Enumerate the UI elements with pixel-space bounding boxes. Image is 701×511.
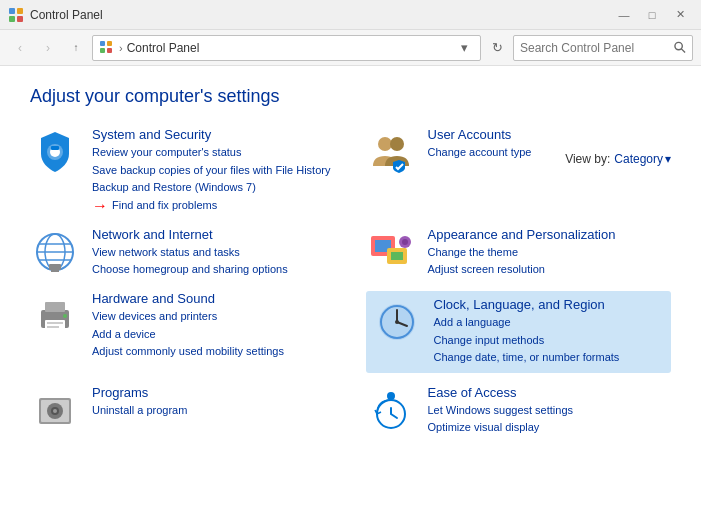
address-bar[interactable]: › Control Panel ▾ (92, 35, 481, 61)
appearance-link-1[interactable]: Change the theme (428, 244, 672, 262)
programs-content: Programs Uninstall a program (92, 385, 336, 420)
appearance-content: Appearance and Personalization Change th… (428, 227, 672, 279)
svg-rect-21 (51, 270, 59, 272)
forward-button[interactable]: › (36, 36, 60, 60)
search-bar[interactable] (513, 35, 693, 61)
appearance-icon (366, 227, 416, 277)
app-icon (8, 7, 24, 23)
category-network-internet: Network and Internet View network status… (30, 227, 336, 279)
categories-grid: System and Security Review your computer… (30, 127, 671, 437)
window-title: Control Panel (30, 8, 103, 22)
hardware-sound-icon (30, 291, 80, 341)
svg-rect-6 (100, 48, 105, 53)
ease-of-access-title[interactable]: Ease of Access (428, 385, 672, 400)
svg-rect-3 (17, 16, 23, 22)
view-by-value: Category (614, 152, 663, 166)
hardware-sound-title[interactable]: Hardware and Sound (92, 291, 336, 306)
user-accounts-title[interactable]: User Accounts (428, 127, 672, 142)
titlebar-controls: — □ ✕ (611, 5, 693, 25)
titlebar-left: Control Panel (8, 7, 103, 23)
svg-rect-0 (9, 8, 15, 14)
navbar: ‹ › ↑ › Control Panel ▾ ↻ (0, 30, 701, 66)
search-icon (674, 41, 686, 54)
category-programs: Programs Uninstall a program (30, 385, 336, 437)
svg-rect-4 (100, 41, 105, 46)
svg-point-38 (395, 320, 399, 324)
hardware-sound-link-3[interactable]: Adjust commonly used mobility settings (92, 343, 336, 361)
svg-point-13 (378, 137, 392, 151)
svg-point-14 (390, 137, 404, 151)
svg-rect-12 (51, 146, 59, 150)
svg-point-27 (402, 239, 408, 245)
system-security-link-3[interactable]: Backup and Restore (Windows 7) (92, 179, 336, 197)
system-security-link-4[interactable]: Find and fix problems (112, 197, 217, 215)
breadcrumb-text: Control Panel (127, 41, 200, 55)
svg-point-33 (63, 314, 67, 318)
search-input[interactable] (520, 41, 670, 55)
clock-language-icon (372, 297, 422, 347)
svg-rect-1 (17, 8, 23, 14)
system-security-content: System and Security Review your computer… (92, 127, 336, 215)
system-security-icon (30, 127, 80, 177)
titlebar: Control Panel — □ ✕ (0, 0, 701, 30)
hardware-sound-link-1[interactable]: View devices and printers (92, 308, 336, 326)
network-internet-content: Network and Internet View network status… (92, 227, 336, 279)
svg-point-8 (675, 42, 682, 49)
main-content: Adjust your computer's settings View by:… (0, 66, 701, 511)
view-by-label: View by: (565, 152, 610, 166)
svg-rect-5 (107, 41, 112, 46)
svg-rect-25 (391, 252, 403, 260)
svg-rect-29 (45, 302, 65, 312)
hardware-sound-link-2[interactable]: Add a device (92, 326, 336, 344)
ease-of-access-link-1[interactable]: Let Windows suggest settings (428, 402, 672, 420)
up-button[interactable]: ↑ (64, 36, 88, 60)
ease-of-access-link-2[interactable]: Optimize visual display (428, 419, 672, 437)
category-system-security: System and Security Review your computer… (30, 127, 336, 215)
category-clock-language: Clock, Language, and Region Add a langua… (366, 291, 672, 373)
clock-language-link-1[interactable]: Add a language (434, 314, 666, 332)
minimize-button[interactable]: — (611, 5, 637, 25)
svg-rect-20 (49, 264, 61, 270)
clock-language-title[interactable]: Clock, Language, and Region (434, 297, 666, 312)
svg-point-44 (387, 392, 395, 400)
ease-of-access-icon (366, 385, 416, 435)
programs-title[interactable]: Programs (92, 385, 336, 400)
hardware-sound-content: Hardware and Sound View devices and prin… (92, 291, 336, 361)
user-accounts-icon (366, 127, 416, 177)
svg-rect-32 (47, 326, 59, 328)
close-button[interactable]: ✕ (667, 5, 693, 25)
maximize-button[interactable]: □ (639, 5, 665, 25)
svg-point-43 (53, 409, 57, 413)
programs-icon (30, 385, 80, 435)
breadcrumb: Control Panel (127, 41, 450, 55)
appearance-link-2[interactable]: Adjust screen resolution (428, 261, 672, 279)
category-hardware-sound: Hardware and Sound View devices and prin… (30, 291, 336, 373)
clock-language-content: Clock, Language, and Region Add a langua… (434, 297, 666, 367)
svg-rect-2 (9, 16, 15, 22)
page-title: Adjust your computer's settings (30, 86, 671, 107)
address-dropdown-button[interactable]: ▾ (454, 36, 474, 60)
system-security-link-1[interactable]: Review your computer's status (92, 144, 336, 162)
network-internet-link-2[interactable]: Choose homegroup and sharing options (92, 261, 336, 279)
network-internet-title[interactable]: Network and Internet (92, 227, 336, 242)
refresh-button[interactable]: ↻ (485, 35, 509, 61)
breadcrumb-separator: › (119, 42, 123, 54)
clock-language-link-3[interactable]: Change date, time, or number formats (434, 349, 666, 367)
system-security-title[interactable]: System and Security (92, 127, 336, 142)
category-user-accounts: User Accounts Change account type (366, 127, 672, 215)
address-icon (99, 40, 115, 56)
chevron-down-icon: ▾ (665, 152, 671, 166)
arrow-icon: → (92, 197, 108, 215)
appearance-title[interactable]: Appearance and Personalization (428, 227, 672, 242)
clock-language-link-2[interactable]: Change input methods (434, 332, 666, 350)
system-security-link-2[interactable]: Save backup copies of your files with Fi… (92, 162, 336, 180)
category-appearance: Appearance and Personalization Change th… (366, 227, 672, 279)
svg-rect-31 (47, 322, 63, 324)
back-button[interactable]: ‹ (8, 36, 32, 60)
ease-of-access-content: Ease of Access Let Windows suggest setti… (428, 385, 672, 437)
network-internet-icon (30, 227, 80, 277)
view-by-dropdown[interactable]: Category ▾ (614, 152, 671, 166)
programs-link-1[interactable]: Uninstall a program (92, 402, 336, 420)
svg-rect-7 (107, 48, 112, 53)
network-internet-link-1[interactable]: View network status and tasks (92, 244, 336, 262)
